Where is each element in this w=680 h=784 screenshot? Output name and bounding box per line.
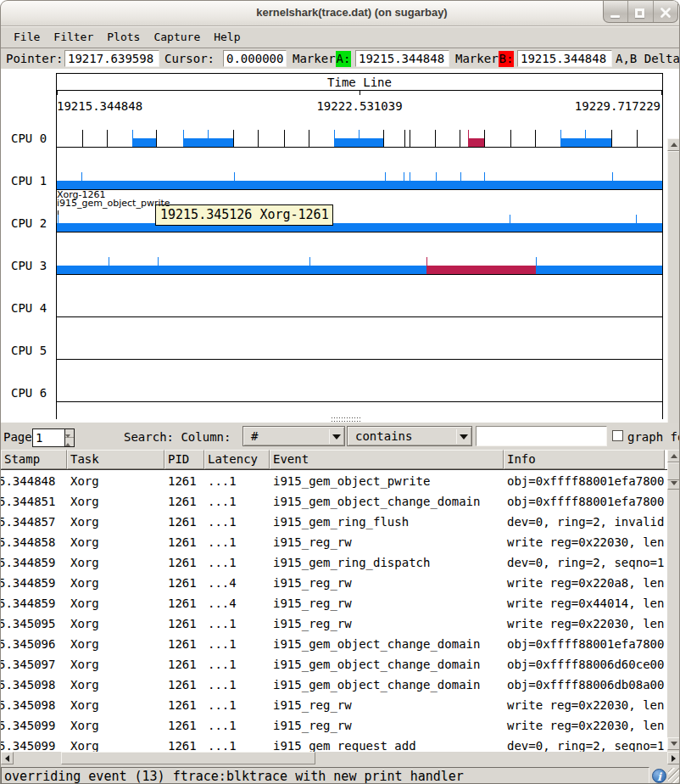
column-header-latency[interactable]: Latency [204,450,270,469]
timeline-graph-pane[interactable]: Time Line 19215.34484819222.53103919229.… [1,69,679,423]
cpu-plot-row-2[interactable] [57,215,662,232]
task-bar [334,138,383,147]
status-bar: overriding event (13) ftrace:blktrace wi… [1,764,679,784]
minimize-button[interactable] [604,1,628,22]
table-scroll-down-button[interactable] [667,737,680,750]
event-table[interactable]: StampTaskPIDLatencyEventInfo 5.344848Xor… [1,450,667,752]
table-row[interactable]: 5.345098Xorg1261...1i915_reg_rwwrite reg… [1,695,667,715]
pane-splitter-handle[interactable] [332,415,360,423]
timeline-title: Time Line [56,76,663,89]
table-row[interactable]: 5.345099Xorg1261...1i915_gem_request_add… [1,736,667,752]
arrow-down-icon [671,481,677,485]
cell-text: Xorg [67,471,99,491]
table-scrollbar-thumb[interactable] [667,462,680,480]
task-annotation: i915_gem_object_pwrite [57,199,170,208]
match-select[interactable]: contains [347,426,472,446]
marker-b-label: MarkerB: [455,51,514,68]
cell-text: 1261 [164,471,197,491]
graph-follows-checkbox[interactable] [612,430,623,441]
search-input[interactable] [476,426,607,446]
window-resize-grip[interactable] [668,768,680,784]
cell-pid: 1261 [164,654,204,675]
event-tick [383,130,384,147]
table-scrollbar-trough[interactable] [667,450,680,750]
menu-item-plots[interactable]: Plots [107,27,140,48]
cell-stamp: 5.345097 [1,654,67,675]
cell-stamp: 5.344857 [1,512,67,532]
table-row[interactable]: 5.344848Xorg1261...1i915_gem_object_pwri… [1,471,667,491]
plot-border-left [56,73,57,419]
cell-text: Xorg [67,634,99,654]
arrow-down-icon [671,742,677,746]
table-row[interactable]: 5.344851Xorg1261...1i915_gem_object_chan… [1,491,667,512]
hscroll-thumb[interactable] [61,752,315,764]
column-header-info[interactable]: Info [504,450,665,469]
cell-pid: 1261 [164,512,204,532]
title-bar[interactable]: kernelshark(trace.dat) (on sugarbay) [1,1,679,26]
cpu-plot-row-5[interactable] [57,342,662,359]
column-header-stamp[interactable]: Stamp [1,450,67,469]
menu-item-capture[interactable]: Capture [153,27,200,48]
cpu-plot-row-1[interactable] [57,172,662,189]
cell-text: Xorg [67,736,99,752]
spin-down-button[interactable] [65,438,74,446]
info-icon[interactable]: i [652,769,666,783]
cell-stamp: 5.345098 [1,675,67,695]
chevron-down-icon [460,434,468,440]
table-row[interactable]: 5.344858Xorg1261...1i915_reg_rwwrite reg… [1,532,667,552]
page-spinner[interactable]: 1 [32,428,75,447]
cell-text: write reg=0x22030, len [504,532,664,552]
cell-pid: 1261 [164,634,204,654]
cell-stamp: 5.344858 [1,532,67,552]
graph-scrollbar-thumb[interactable] [667,151,680,424]
maximize-button[interactable] [628,1,653,22]
task-bar [560,138,611,147]
cell-task: Xorg [67,715,164,736]
cell-text: Xorg [67,715,99,736]
table-row[interactable]: 5.345098Xorg1261...1i915_gem_object_chan… [1,675,667,695]
cell-text: i915_gem_object_change_domain [270,634,480,654]
menu-item-filter[interactable]: Filter [53,27,93,48]
table-row[interactable]: 5.345096Xorg1261...1i915_gem_object_chan… [1,634,667,654]
event-tick [309,257,310,266]
cell-info: dev=0, ring=2, invalid [504,512,665,532]
table-row[interactable]: 5.344859Xorg1261...1i915_gem_ring_dispat… [1,552,667,573]
table-row[interactable]: 5.345097Xorg1261...1i915_gem_object_chan… [1,654,667,675]
cpu-plot-row-6[interactable] [57,384,662,401]
table-scroll-up-button[interactable] [667,450,680,462]
hscroll-right-button[interactable] [667,752,680,764]
menu-item-file[interactable]: File [14,27,40,48]
event-tick [404,172,404,181]
column-select[interactable]: # [242,426,345,446]
table-row[interactable]: 5.344859Xorg1261...4i915_reg_rwwrite reg… [1,593,667,613]
table-row[interactable]: 5.345099Xorg1261...1i915_reg_rwwrite reg… [1,715,667,736]
status-message-box: overriding event (13) ftrace:blktrace wi… [1,767,649,784]
cell-latency: ...1 [204,715,270,736]
cell-event: i915_reg_rw [270,593,504,613]
graph-scroll-up-button[interactable] [667,138,680,151]
cpu-plot-row-0[interactable] [57,130,662,147]
cell-latency: ...1 [204,532,270,552]
event-tick [460,172,461,181]
table-row[interactable]: 5.345095Xorg1261...1i915_reg_rwwrite reg… [1,613,667,634]
table-row[interactable]: 5.344857Xorg1261...1i915_gem_ring_flushd… [1,512,667,532]
cell-text: Xorg [67,654,99,675]
hscroll-left-button[interactable] [1,752,14,764]
column-header-pid[interactable]: PID [164,450,204,469]
table-row[interactable]: 5.344859Xorg1261...4i915_reg_rwwrite reg… [1,573,667,593]
event-tick [611,130,612,147]
column-header-task[interactable]: Task [67,450,164,469]
cell-text: 5.344857 [1,512,55,532]
cell-task: Xorg [67,695,164,715]
cell-text: 1261 [164,532,197,552]
event-tick [81,172,82,181]
column-header-event[interactable]: Event [270,450,504,469]
menu-item-help[interactable]: Help [214,27,240,48]
close-button[interactable] [654,1,677,22]
cell-pid: 1261 [164,491,204,512]
event-tick [460,130,460,147]
cell-text: 5.345096 [1,634,55,654]
event-tick [536,257,537,266]
cpu-plot-row-4[interactable] [57,300,662,316]
cpu-plot-row-3[interactable] [57,257,662,274]
